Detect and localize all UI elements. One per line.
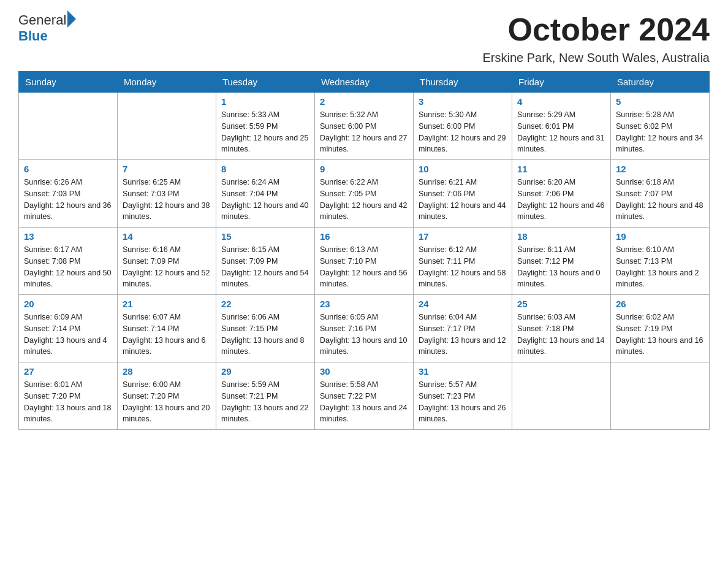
day-number: 11 (517, 164, 605, 174)
day-number: 9 (320, 164, 408, 174)
week-row-5: 27Sunrise: 6:01 AMSunset: 7:20 PMDayligh… (19, 362, 710, 430)
day-info: Sunrise: 6:24 AMSunset: 7:04 PMDaylight:… (221, 177, 309, 223)
week-row-1: 1Sunrise: 5:33 AMSunset: 5:59 PMDaylight… (19, 93, 710, 160)
weekday-header-sunday: Sunday (19, 72, 118, 93)
day-info: Sunrise: 6:12 AMSunset: 7:11 PMDaylight:… (419, 244, 507, 290)
day-number: 21 (123, 299, 211, 309)
week-row-4: 20Sunrise: 6:09 AMSunset: 7:14 PMDayligh… (19, 295, 710, 362)
calendar-table: SundayMondayTuesdayWednesdayThursdayFrid… (18, 71, 710, 430)
day-number: 27 (24, 366, 112, 377)
calendar-cell: 8Sunrise: 6:24 AMSunset: 7:04 PMDaylight… (216, 160, 315, 228)
day-number: 17 (419, 231, 507, 242)
day-number: 10 (419, 164, 507, 174)
calendar-cell: 6Sunrise: 6:26 AMSunset: 7:03 PMDaylight… (19, 160, 118, 228)
calendar-cell: 12Sunrise: 6:18 AMSunset: 7:07 PMDayligh… (611, 160, 710, 228)
day-info: Sunrise: 6:11 AMSunset: 7:12 PMDaylight:… (517, 244, 605, 290)
logo-blue-text: Blue (18, 28, 48, 44)
day-info: Sunrise: 6:05 AMSunset: 7:16 PMDaylight:… (320, 312, 408, 358)
weekday-header-saturday: Saturday (611, 72, 710, 93)
weekday-header-thursday: Thursday (414, 72, 512, 93)
calendar-cell (611, 362, 710, 430)
day-info: Sunrise: 6:13 AMSunset: 7:10 PMDaylight:… (320, 244, 408, 290)
day-number: 2 (320, 96, 408, 107)
calendar-cell: 13Sunrise: 6:17 AMSunset: 7:08 PMDayligh… (19, 228, 118, 295)
day-number: 26 (616, 299, 704, 309)
day-number: 24 (419, 299, 507, 309)
day-info: Sunrise: 6:06 AMSunset: 7:15 PMDaylight:… (221, 312, 309, 358)
calendar-cell: 28Sunrise: 6:00 AMSunset: 7:20 PMDayligh… (118, 362, 216, 430)
day-info: Sunrise: 6:16 AMSunset: 7:09 PMDaylight:… (123, 244, 211, 290)
weekday-header-tuesday: Tuesday (216, 72, 315, 93)
day-info: Sunrise: 5:32 AMSunset: 6:00 PMDaylight:… (320, 109, 408, 155)
logo: General Blue (18, 12, 76, 44)
day-number: 31 (419, 366, 507, 377)
calendar-cell (118, 93, 216, 160)
day-number: 6 (24, 164, 112, 174)
day-info: Sunrise: 6:03 AMSunset: 7:18 PMDaylight:… (517, 312, 605, 358)
day-info: Sunrise: 5:33 AMSunset: 5:59 PMDaylight:… (221, 109, 309, 155)
day-info: Sunrise: 6:25 AMSunset: 7:03 PMDaylight:… (123, 177, 211, 223)
day-number: 15 (221, 231, 309, 242)
calendar-cell: 22Sunrise: 6:06 AMSunset: 7:15 PMDayligh… (216, 295, 315, 362)
day-info: Sunrise: 6:04 AMSunset: 7:17 PMDaylight:… (419, 312, 507, 358)
calendar-cell (512, 362, 611, 430)
day-number: 5 (616, 96, 704, 107)
day-number: 29 (221, 366, 309, 377)
day-info: Sunrise: 6:22 AMSunset: 7:05 PMDaylight:… (320, 177, 408, 223)
calendar-cell: 26Sunrise: 6:02 AMSunset: 7:19 PMDayligh… (611, 295, 710, 362)
day-number: 23 (320, 299, 408, 309)
day-info: Sunrise: 6:15 AMSunset: 7:09 PMDaylight:… (221, 244, 309, 290)
day-number: 16 (320, 231, 408, 242)
month-title: October 2024 (482, 12, 710, 47)
day-number: 20 (24, 299, 112, 309)
calendar-cell: 4Sunrise: 5:29 AMSunset: 6:01 PMDaylight… (512, 93, 611, 160)
calendar-cell: 5Sunrise: 5:28 AMSunset: 6:02 PMDaylight… (611, 93, 710, 160)
day-number: 3 (419, 96, 507, 107)
logo-triangle-icon (67, 10, 76, 28)
day-number: 8 (221, 164, 309, 174)
calendar-cell: 16Sunrise: 6:13 AMSunset: 7:10 PMDayligh… (315, 228, 414, 295)
day-number: 13 (24, 231, 112, 242)
day-info: Sunrise: 5:30 AMSunset: 6:00 PMDaylight:… (419, 109, 507, 155)
calendar-cell: 23Sunrise: 6:05 AMSunset: 7:16 PMDayligh… (315, 295, 414, 362)
day-number: 4 (517, 96, 605, 107)
calendar-cell: 29Sunrise: 5:59 AMSunset: 7:21 PMDayligh… (216, 362, 315, 430)
day-number: 12 (616, 164, 704, 174)
calendar-cell: 3Sunrise: 5:30 AMSunset: 6:00 PMDaylight… (414, 93, 512, 160)
calendar-cell: 9Sunrise: 6:22 AMSunset: 7:05 PMDaylight… (315, 160, 414, 228)
weekday-header-wednesday: Wednesday (315, 72, 414, 93)
day-info: Sunrise: 6:01 AMSunset: 7:20 PMDaylight:… (24, 379, 112, 425)
header: General Blue October 2024 Erskine Park, … (18, 12, 710, 65)
day-number: 14 (123, 231, 211, 242)
day-number: 22 (221, 299, 309, 309)
day-info: Sunrise: 5:57 AMSunset: 7:23 PMDaylight:… (419, 379, 507, 425)
day-info: Sunrise: 6:26 AMSunset: 7:03 PMDaylight:… (24, 177, 112, 223)
day-info: Sunrise: 6:00 AMSunset: 7:20 PMDaylight:… (123, 379, 211, 425)
location-title: Erskine Park, New South Wales, Australia (482, 51, 710, 65)
weekday-header-row: SundayMondayTuesdayWednesdayThursdayFrid… (19, 72, 710, 93)
calendar-cell: 14Sunrise: 6:16 AMSunset: 7:09 PMDayligh… (118, 228, 216, 295)
calendar-cell: 7Sunrise: 6:25 AMSunset: 7:03 PMDaylight… (118, 160, 216, 228)
day-number: 25 (517, 299, 605, 309)
calendar-cell: 27Sunrise: 6:01 AMSunset: 7:20 PMDayligh… (19, 362, 118, 430)
calendar-cell: 25Sunrise: 6:03 AMSunset: 7:18 PMDayligh… (512, 295, 611, 362)
day-info: Sunrise: 6:18 AMSunset: 7:07 PMDaylight:… (616, 177, 704, 223)
calendar-cell: 31Sunrise: 5:57 AMSunset: 7:23 PMDayligh… (414, 362, 512, 430)
title-area: October 2024 Erskine Park, New South Wal… (482, 12, 710, 65)
calendar-cell: 20Sunrise: 6:09 AMSunset: 7:14 PMDayligh… (19, 295, 118, 362)
calendar-cell: 1Sunrise: 5:33 AMSunset: 5:59 PMDaylight… (216, 93, 315, 160)
day-info: Sunrise: 6:17 AMSunset: 7:08 PMDaylight:… (24, 244, 112, 290)
calendar-cell: 30Sunrise: 5:58 AMSunset: 7:22 PMDayligh… (315, 362, 414, 430)
day-info: Sunrise: 5:29 AMSunset: 6:01 PMDaylight:… (517, 109, 605, 155)
week-row-3: 13Sunrise: 6:17 AMSunset: 7:08 PMDayligh… (19, 228, 710, 295)
weekday-header-monday: Monday (118, 72, 216, 93)
calendar-cell (19, 93, 118, 160)
calendar-cell: 19Sunrise: 6:10 AMSunset: 7:13 PMDayligh… (611, 228, 710, 295)
logo-general-text: General (18, 12, 66, 28)
day-info: Sunrise: 5:59 AMSunset: 7:21 PMDaylight:… (221, 379, 309, 425)
calendar-cell: 17Sunrise: 6:12 AMSunset: 7:11 PMDayligh… (414, 228, 512, 295)
day-info: Sunrise: 6:09 AMSunset: 7:14 PMDaylight:… (24, 312, 112, 358)
day-info: Sunrise: 6:07 AMSunset: 7:14 PMDaylight:… (123, 312, 211, 358)
calendar-cell: 18Sunrise: 6:11 AMSunset: 7:12 PMDayligh… (512, 228, 611, 295)
day-info: Sunrise: 5:28 AMSunset: 6:02 PMDaylight:… (616, 109, 704, 155)
